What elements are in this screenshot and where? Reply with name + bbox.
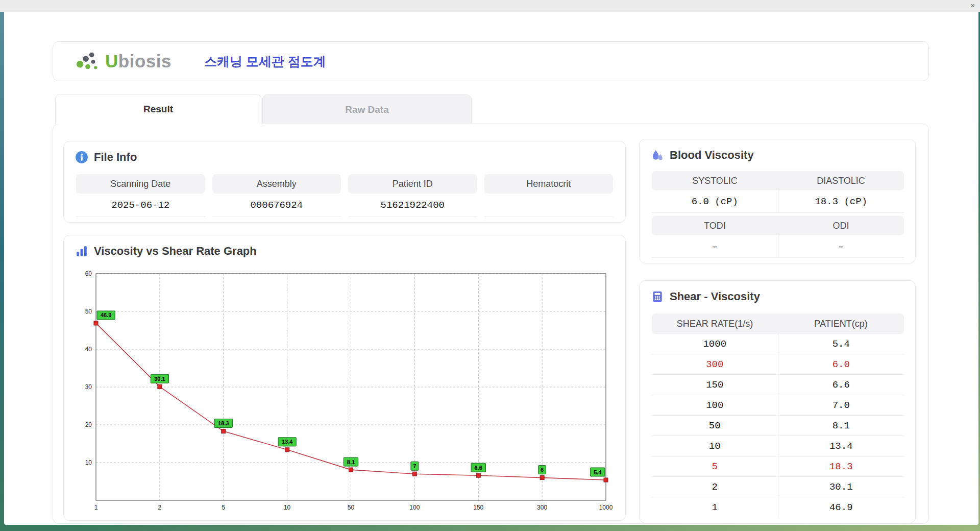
table-row: 1013.4	[652, 436, 904, 456]
data-point-label: 8.1	[347, 459, 355, 465]
file-info-field: Scanning Date2025-06-12	[76, 174, 205, 217]
bv-value-row: 6.0 (cP)18.3 (cP)	[652, 190, 904, 213]
data-point-label: 6.6	[475, 465, 482, 471]
bv-value-cell: 18.3 (cP)	[778, 190, 904, 212]
field-value: 000676924	[212, 194, 341, 217]
sv-header-cell: PATIENT(cp)	[778, 313, 904, 334]
table-row: 146.9	[652, 497, 904, 518]
titlebar: ×	[0, 0, 980, 12]
file-info-card: File Info Scanning Date2025-06-12Assembl…	[63, 141, 626, 223]
data-point-label: 46.9	[101, 312, 111, 318]
field-label: Hematocrit	[484, 174, 614, 194]
droplets-icon	[651, 149, 664, 162]
x-tick-label: 1000	[599, 504, 613, 511]
patient-cell: 8.1	[778, 416, 904, 436]
file-info-field: Patient ID51621922400	[348, 174, 477, 217]
data-point-label: 6	[541, 467, 544, 473]
close-button[interactable]: ×	[970, 2, 975, 9]
sv-header-cell: SHEAR RATE(1/s)	[652, 313, 778, 334]
shear-rate-cell: 50	[652, 416, 778, 436]
logo-letter-u: U	[105, 51, 118, 71]
section-title-text: Blood Viscosity	[670, 149, 754, 162]
logo-dots-icon	[76, 50, 99, 73]
patient-cell: 13.4	[778, 436, 904, 456]
data-point-marker	[222, 429, 226, 433]
x-tick-label: 1	[94, 504, 98, 511]
section-title-text: File Info	[94, 151, 137, 164]
data-point-marker	[94, 321, 98, 325]
section-title-text: Shear - Viscosity	[670, 290, 760, 303]
field-value	[484, 194, 614, 217]
y-tick-label: 60	[85, 270, 92, 277]
tab-raw-data[interactable]: Raw Data	[262, 94, 472, 124]
field-label: Patient ID	[348, 174, 477, 194]
shear-rate-cell: 2	[652, 477, 778, 497]
sv-header-row: SHEAR RATE(1/s)PATIENT(cp)	[652, 313, 904, 334]
shear-rate-cell: 150	[652, 375, 778, 395]
data-point-marker	[412, 472, 416, 476]
shear-viscosity-card: Shear - Viscosity SHEAR RATE(1/s)PATIENT…	[639, 280, 916, 523]
table-row: 3006.0	[652, 354, 904, 375]
logo-text: Ubiosis	[105, 51, 172, 71]
bv-header-cell: SYSTOLIC	[652, 171, 778, 190]
bv-value-cell: –	[652, 235, 778, 257]
shear-viscosity-table: SHEAR RATE(1/s)PATIENT(cp)10005.43006.01…	[652, 313, 904, 518]
patient-cell: 7.0	[778, 395, 904, 415]
info-icon	[75, 151, 88, 164]
patient-cell: 6.0	[778, 354, 904, 374]
graph-card: Viscosity vs Shear Rate Graph 1020304050…	[63, 235, 626, 521]
data-point-label: 13.4	[282, 439, 293, 445]
data-point-label: 30.1	[154, 376, 165, 382]
data-point-marker	[158, 384, 162, 389]
app-title: 스캐닝 모세관 점도계	[204, 53, 326, 70]
shear-rate-cell: 1000	[652, 334, 778, 354]
table-row: 10005.4	[652, 334, 904, 354]
shear-rate-cell: 5	[652, 456, 778, 476]
file-info-field: Hematocrit	[484, 174, 614, 217]
field-label: Assembly	[212, 174, 341, 194]
bv-value-row: ––	[652, 235, 904, 258]
field-value: 2025-06-12	[76, 194, 205, 217]
patient-cell: 18.3	[778, 456, 904, 476]
file-info-title: File Info	[75, 151, 137, 164]
data-point-marker	[476, 473, 480, 477]
viscosity-chart: 1020304050601251050100150300100046.930.1…	[69, 263, 621, 516]
y-tick-label: 40	[85, 346, 92, 353]
table-row: 518.3	[652, 456, 904, 477]
x-tick-label: 50	[348, 504, 355, 511]
x-tick-label: 150	[473, 504, 483, 511]
shear-viscosity-title: Shear - Viscosity	[651, 290, 760, 303]
blood-viscosity-card: Blood Viscosity SYSTOLICDIASTOLIC6.0 (cP…	[639, 139, 916, 263]
calculator-icon	[651, 290, 664, 303]
file-info-fields: Scanning Date2025-06-12Assembly000676924…	[76, 174, 613, 217]
data-point-marker	[349, 468, 353, 472]
y-tick-label: 30	[85, 383, 92, 391]
table-row: 230.1	[652, 477, 904, 497]
x-tick-label: 10	[284, 504, 291, 511]
blood-viscosity-table: SYSTOLICDIASTOLIC6.0 (cP)18.3 (cP)TODIOD…	[652, 171, 904, 258]
data-point-marker	[285, 448, 289, 452]
x-tick-label: 100	[409, 504, 420, 511]
ubiosis-logo: Ubiosis	[76, 50, 172, 73]
data-point-label: 5.4	[594, 469, 602, 475]
graph-title: Viscosity vs Shear Rate Graph	[75, 245, 257, 258]
section-title-text: Viscosity vs Shear Rate Graph	[94, 245, 257, 258]
patient-cell: 6.6	[778, 375, 904, 395]
patient-cell: 30.1	[778, 477, 904, 497]
y-tick-label: 20	[85, 421, 92, 428]
data-point-label: 7	[413, 463, 416, 469]
logo-text-rest: biosis	[118, 51, 172, 71]
bv-header-row: SYSTOLICDIASTOLIC	[652, 171, 904, 190]
bv-header-row: TODIODI	[652, 216, 904, 235]
patient-cell: 5.4	[778, 334, 904, 354]
x-tick-label: 300	[537, 504, 547, 511]
data-point-label: 18.3	[218, 420, 229, 426]
table-row: 1007.0	[652, 395, 904, 416]
bv-value-cell: 6.0 (cP)	[652, 190, 778, 212]
y-tick-label: 10	[85, 459, 92, 466]
content-card: File Info Scanning Date2025-06-12Assembl…	[53, 124, 929, 524]
x-tick-label: 5	[222, 504, 225, 511]
tab-result[interactable]: Result	[55, 94, 261, 124]
field-value: 51621922400	[348, 194, 477, 217]
bv-value-cell: –	[778, 235, 904, 257]
